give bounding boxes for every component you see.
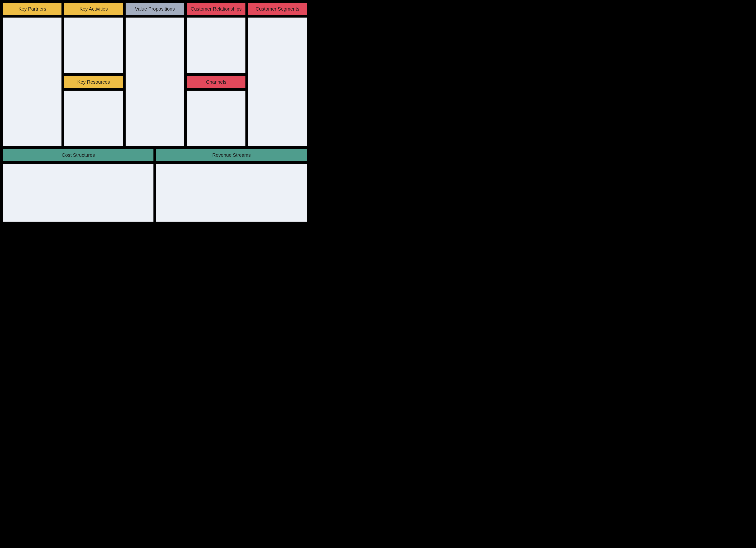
content-value-propositions[interactable] — [125, 17, 185, 147]
col-customer-segments: Customer Segments — [248, 2, 307, 147]
content-key-resources[interactable] — [64, 90, 123, 147]
bottom-section: Cost Structures Revenue Streams — [2, 148, 307, 222]
business-model-canvas: Key Partners Key Activities Key Resource… — [0, 0, 310, 225]
top-section: Key Partners Key Activities Key Resource… — [2, 2, 307, 147]
header-cost-structures: Cost Structures — [2, 148, 154, 161]
col-relationships-channels: Customer Relationships Channels — [186, 2, 246, 147]
header-revenue-streams: Revenue Streams — [156, 148, 307, 161]
header-value-propositions: Value Propositions — [125, 2, 185, 15]
content-cost-structures[interactable] — [2, 163, 154, 222]
content-customer-relationships[interactable] — [186, 17, 246, 74]
header-customer-segments: Customer Segments — [248, 2, 307, 15]
col-revenue-streams: Revenue Streams — [156, 148, 307, 222]
col-cost-structures: Cost Structures — [2, 148, 154, 222]
header-channels: Channels — [186, 75, 246, 88]
content-revenue-streams[interactable] — [156, 163, 307, 222]
content-key-partners[interactable] — [2, 17, 62, 147]
content-channels[interactable] — [186, 90, 246, 147]
content-key-activities[interactable] — [64, 17, 123, 74]
col-value-propositions: Value Propositions — [125, 2, 185, 147]
col-key-activities-resources: Key Activities Key Resources — [64, 2, 123, 147]
header-key-resources: Key Resources — [64, 75, 123, 88]
header-key-activities: Key Activities — [64, 2, 123, 15]
header-key-partners: Key Partners — [2, 2, 62, 15]
content-customer-segments[interactable] — [248, 17, 307, 147]
col-key-partners: Key Partners — [2, 2, 62, 147]
header-customer-relationships: Customer Relationships — [186, 2, 246, 15]
